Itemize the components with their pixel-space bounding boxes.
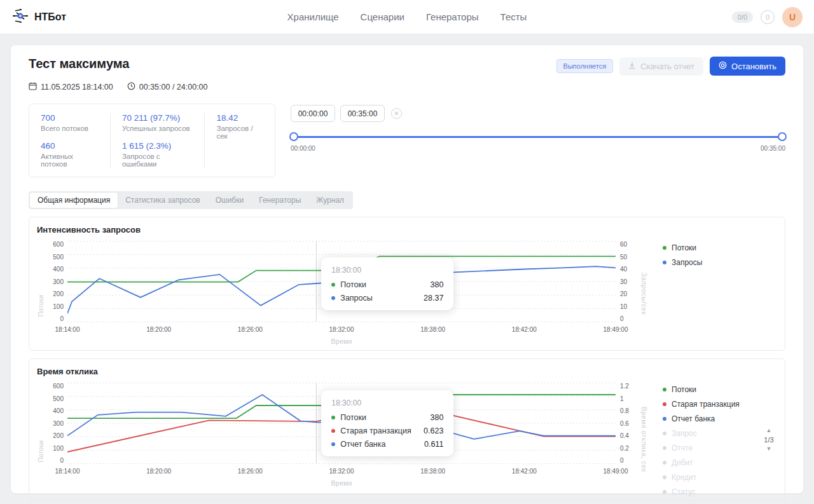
series-dot: [331, 429, 335, 433]
x-axis-tick: 18:20:00: [146, 468, 171, 475]
legend-label: Кредит: [672, 473, 696, 482]
tab-1[interactable]: Общая информация: [30, 193, 118, 208]
legend-item-Кредит[interactable]: Кредит: [663, 473, 758, 482]
stats-panel: 700Всего потоков460Активных потоков70 21…: [29, 104, 275, 177]
download-report-button[interactable]: Скачать отчет: [619, 57, 703, 76]
stat-cell: 1 615 (2.3%)Запросов с ошибками: [122, 141, 193, 168]
topbar: НТБот ХранилищеСценарииГенераторыТесты 0…: [0, 0, 814, 34]
range-from-input[interactable]: [291, 105, 335, 122]
tab-2[interactable]: Статистика запросов: [118, 193, 208, 208]
tooltip-series-name: Потоки: [340, 413, 366, 422]
page-title: Тест максимума: [29, 57, 129, 71]
nav-item-3[interactable]: Генераторы: [426, 11, 479, 22]
left-axis-tick: 400: [36, 407, 64, 414]
legend-label: Запросы: [672, 258, 702, 267]
right-axis-tick: 0.2: [620, 445, 637, 452]
x-axis: 18:14:0018:20:0018:26:0018:32:0018:38:00…: [67, 468, 616, 477]
x-axis-tick: 18:32:00: [329, 468, 354, 475]
legend-pagination: ▲1/3▼: [758, 383, 780, 496]
left-axis-tick: 500: [36, 395, 64, 402]
tooltip-row: Старая транзакция0.623: [331, 426, 443, 435]
slider-track[interactable]: [291, 136, 785, 138]
charts-area: Интенсивность запросовПотоки600500400300…: [18, 217, 796, 501]
stats-column-1: 700Всего потоков460Активных потоков: [29, 113, 110, 168]
slider-handle-end[interactable]: [778, 132, 787, 141]
time-range-slider[interactable]: [291, 132, 785, 141]
left-axis-tick: 300: [36, 420, 64, 427]
legend-item-Отчте[interactable]: Отчте: [663, 444, 758, 453]
tooltip-series-name: Запросы: [340, 294, 372, 303]
x-axis: 18:14:0018:20:0018:26:0018:32:0018:38:00…: [67, 326, 616, 335]
app-logo[interactable]: НТБот: [11, 8, 66, 27]
chart-title: Время отклика: [36, 367, 780, 376]
elapsed-time: 00:35:00 / 24:00:00: [127, 82, 208, 92]
legend-dot: [663, 261, 666, 264]
legend-label: Потоки: [672, 385, 696, 394]
tooltip-time: 18:30:00: [331, 266, 443, 275]
counter-badge: 0/0: [732, 11, 753, 23]
status-badge: Выполняется: [556, 59, 614, 73]
right-axis-tick: 1: [620, 395, 637, 402]
legend-item-Потоки[interactable]: Потоки: [663, 385, 758, 394]
stats-column-2: 70 211 (97.7%)Успешных запросов1 615 (2.…: [110, 113, 205, 168]
stat-label: Запросов / сек: [216, 125, 263, 140]
right-axis-ticks: 6050403020100: [616, 241, 637, 322]
chart-plot[interactable]: 18:30:00Потоки380Запросы28.3718:14:0018:…: [67, 241, 616, 346]
logo-text: НТБот: [34, 11, 66, 23]
right-axis-tick: 50: [620, 254, 637, 261]
stat-label: Активных потоков: [41, 153, 99, 168]
legend-dot: [663, 417, 666, 421]
main-card: Тест максимума Выполняется Скачать отчет…: [10, 44, 804, 494]
chart-legend: ПотокиЗапросы: [651, 241, 758, 346]
range-clear-icon[interactable]: ✕: [391, 108, 402, 119]
stat-cell: 700Всего потоков: [41, 113, 99, 132]
right-axis-tick: 30: [620, 278, 637, 285]
tooltip-row: Потоки380: [331, 413, 443, 422]
chart-plot[interactable]: 18:30:00Потоки380Старая транзакция0.623О…: [67, 383, 616, 496]
stats-column-3: 18.42Запросов / сек: [204, 113, 275, 168]
legend-item-Запросы[interactable]: Запросы: [663, 258, 758, 267]
x-axis-tick: 18:49:00: [604, 468, 628, 475]
legend-item-Запрос[interactable]: Запрос: [663, 429, 758, 438]
user-avatar[interactable]: U: [782, 7, 803, 27]
tab-bar: Общая информацияСтатистика запросовОшибк…: [29, 191, 353, 209]
legend-item-Потоки[interactable]: Потоки: [663, 243, 758, 252]
nav-item-2[interactable]: Сценарии: [361, 11, 404, 22]
stop-button[interactable]: Остановить: [710, 57, 785, 76]
tab-3[interactable]: Ошибки: [208, 193, 252, 208]
series-dot: [331, 416, 335, 419]
legend-label: Запрос: [672, 429, 697, 438]
tab-4[interactable]: Генераторы: [251, 193, 308, 208]
legend-item-Статус[interactable]: Статус: [663, 487, 758, 496]
legend-label: Дебит: [672, 458, 693, 467]
tooltip-series-value: 380: [430, 280, 443, 289]
tooltip-row: Отчет банка0.611: [331, 440, 443, 449]
legend-item-Дебит[interactable]: Дебит: [663, 458, 758, 467]
calendar-icon: [29, 82, 37, 92]
right-axis-tick: 0.8: [620, 407, 637, 414]
series-dot: [331, 296, 335, 300]
range-to-input[interactable]: [340, 105, 385, 122]
nav-item-1[interactable]: Хранилище: [287, 11, 339, 22]
legend-dot: [663, 388, 666, 392]
slider-handle-start[interactable]: [289, 132, 298, 141]
x-axis-tick: 18:32:00: [329, 326, 354, 333]
notification-circle-icon[interactable]: 0: [761, 10, 775, 24]
x-axis-tick: 18:38:00: [420, 468, 445, 475]
legend-item-Старая транзакция[interactable]: Старая транзакция: [663, 400, 758, 409]
x-axis-tick: 18:14:00: [55, 468, 80, 475]
left-axis-tick: 600: [36, 241, 64, 248]
right-axis-name-text: Время отклика, сек: [640, 407, 648, 472]
x-axis-tick: 18:38:00: [420, 326, 445, 333]
left-axis-name: Потоки: [37, 440, 45, 462]
legend-page-up-icon[interactable]: ▲: [766, 428, 772, 433]
slider-min-label: 00:00:00: [291, 145, 315, 152]
legend-label: Отчет банка: [672, 414, 715, 423]
left-axis-tick: 300: [36, 278, 64, 285]
tab-5[interactable]: Журнал: [308, 193, 352, 208]
legend-page-down-icon[interactable]: ▼: [766, 446, 772, 452]
legend-item-Отчет банка[interactable]: Отчет банка: [663, 414, 758, 423]
main-nav: ХранилищеСценарииГенераторыТесты: [0, 11, 814, 22]
tooltip-series-name: Потоки: [340, 280, 366, 289]
nav-item-4[interactable]: Тесты: [500, 11, 527, 22]
